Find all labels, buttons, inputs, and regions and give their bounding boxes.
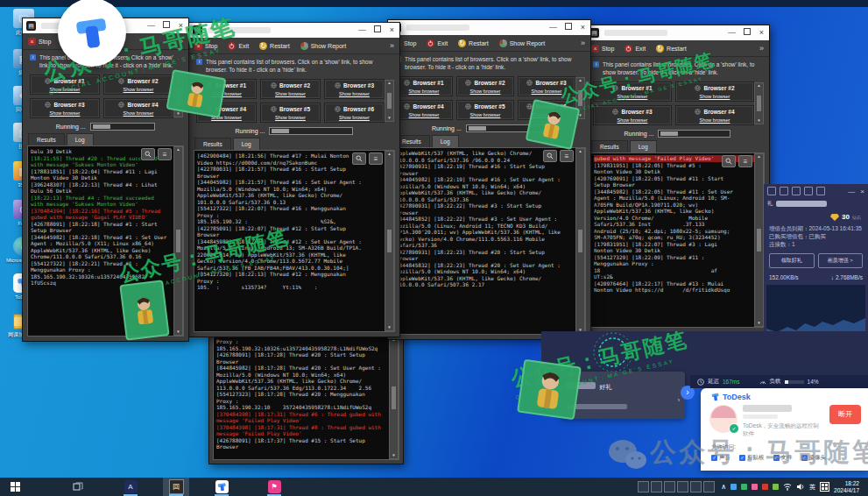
restart-button[interactable]: ↻Restart [656, 45, 687, 53]
tab-log[interactable]: Log [432, 135, 459, 147]
disconnect-button[interactable]: 断开 [829, 405, 861, 424]
side-panel-button[interactable]: 画质增强 > [818, 253, 864, 268]
scroll-down-icon[interactable]: ▼ [176, 329, 180, 335]
taskbar-app-pink[interactable]: ⚑ [261, 478, 287, 496]
log-menu-button[interactable]: ≡ [158, 148, 172, 160]
network-icon[interactable] [783, 483, 792, 491]
window-titlebar[interactable]: ▤—× [388, 20, 590, 35]
toolbar-overflow-chevron[interactable]: » [581, 39, 585, 47]
input-language-indicator[interactable]: 英 [809, 483, 815, 492]
log-search-button[interactable] [141, 148, 155, 160]
show-browser-link[interactable]: Show browser [264, 91, 317, 96]
grid-scrollbar[interactable]: ▲▼ [754, 82, 764, 124]
show-browser-link[interactable]: Show browser [521, 89, 572, 94]
taskview-button[interactable] [65, 478, 91, 496]
stop-button[interactable]: ×Stop [28, 38, 51, 46]
minimize-button[interactable]: — [355, 24, 370, 37]
taskbar-window-button[interactable] [690, 481, 702, 492]
minimize-button[interactable]: — [724, 26, 739, 39]
tab-results[interactable]: Results [28, 133, 65, 145]
scroll-down-icon[interactable]: ▼ [757, 321, 760, 326]
maximize-button[interactable] [370, 24, 385, 37]
scroll-up-icon[interactable]: ▲ [176, 147, 180, 152]
show-browser-link[interactable]: Show browser [264, 115, 317, 120]
toolbar-overflow-chevron[interactable]: » [759, 44, 764, 53]
start-button[interactable] [0, 478, 30, 496]
checkbox-checked-icon[interactable]: ✓ [739, 455, 745, 461]
show-browser-link[interactable]: Show browser [679, 117, 751, 123]
show-browser-link[interactable]: Show browser [460, 89, 511, 94]
exit-button[interactable]: Exit [228, 42, 249, 50]
scroll-up-icon[interactable]: ▲ [387, 152, 391, 157]
show-browser-link[interactable]: Show browser [399, 89, 449, 94]
scroll-up-icon[interactable]: ▲ [757, 83, 760, 89]
touch-keyboard-icon[interactable] [820, 482, 829, 492]
window-titlebar[interactable]: ▤—× [189, 23, 399, 38]
log-scrollbar[interactable]: ▲▼ [173, 146, 183, 336]
scroll-down-icon[interactable]: ▼ [387, 116, 391, 121]
maximize-button[interactable] [561, 21, 575, 34]
toolbar-overflow-chevron[interactable]: » [179, 37, 183, 46]
tab-log[interactable]: Log [630, 140, 657, 152]
report-button[interactable]: Show Report [499, 39, 545, 47]
side-panel-button[interactable]: 领取好礼 [769, 253, 815, 268]
show-browser-link[interactable]: Show browser [679, 94, 751, 99]
tray-expand-icon[interactable]: ∧ [721, 483, 726, 491]
panel-tool-icon[interactable] [792, 187, 801, 195]
exit-button[interactable]: Exit [625, 45, 646, 53]
panel-tool-icon[interactable] [816, 187, 825, 195]
tab-results[interactable]: Results [194, 138, 231, 150]
tray-icon-green[interactable] [741, 484, 747, 490]
minimize-button[interactable]: — [144, 19, 159, 32]
panel-tool-icon[interactable] [780, 187, 788, 195]
tab-log[interactable]: Log [233, 138, 260, 150]
panel-minimize-icon[interactable]: — [848, 188, 855, 195]
tray-icon-blue[interactable] [730, 484, 737, 490]
taskbar-todesk[interactable] [208, 478, 235, 496]
scroll-up-icon[interactable]: ▲ [578, 78, 582, 83]
scroll-down-icon[interactable]: ▼ [387, 325, 391, 330]
show-browser-link[interactable]: Show browser [33, 110, 96, 116]
log-scrollbar[interactable]: ▲▼ [754, 153, 764, 327]
log-area[interactable]: gubed with message 'Failed Play Video'[1… [590, 152, 765, 328]
taskbar-window-button[interactable] [677, 481, 688, 492]
tray-icon-pink[interactable] [752, 484, 758, 490]
tab-results[interactable]: Results [591, 140, 628, 152]
show-browser-link[interactable]: Show browser [328, 91, 381, 96]
log-menu-button[interactable]: ≡ [369, 152, 383, 165]
show-browser-link[interactable]: Show browser [33, 87, 96, 92]
log-menu-button[interactable]: ≡ [738, 155, 752, 167]
panel-tool-icon[interactable] [804, 187, 813, 195]
log-area[interactable]: [462900484] [18:21:56] Thread #17 : Mula… [194, 150, 395, 332]
log-scrollbar[interactable]: ▲▼ [575, 148, 585, 334]
tray-icon-lime[interactable] [773, 484, 779, 490]
taskbar-window-button[interactable] [651, 481, 662, 492]
report-button[interactable]: Show Report [300, 42, 346, 50]
minimize-button[interactable]: — [546, 21, 561, 34]
close-button[interactable]: × [173, 19, 188, 32]
show-browser-link[interactable]: Show browser [596, 94, 668, 99]
checkbox-checked-icon[interactable]: ✓ [773, 455, 780, 461]
log-area[interactable]: AppleWebKit/537 (KHTML, like Gecko) Chro… [392, 147, 586, 335]
log-scrollbar[interactable]: ▲▼ [385, 151, 394, 331]
volume-icon[interactable] [796, 483, 805, 491]
window-titlebar[interactable]: ▤—× [586, 25, 769, 40]
checkbox-checked-icon[interactable]: ✓ [711, 455, 717, 461]
show-browser-link[interactable]: Show browser [596, 117, 668, 123]
restart-button[interactable]: ↻Restart [259, 42, 290, 50]
log-area[interactable]: Proxy :185.165.190.32:10326:u13572404359… [213, 336, 399, 460]
log-menu-button[interactable]: ≡ [560, 150, 574, 162]
stop-button[interactable]: ×Stop [194, 42, 217, 50]
scroll-down-icon[interactable]: ▼ [757, 118, 760, 124]
grid-scrollbar[interactable]: ▲▼ [385, 80, 394, 122]
log-search-button[interactable] [722, 155, 736, 167]
tray-icon-red[interactable] [762, 484, 768, 490]
maximize-button[interactable] [159, 19, 173, 32]
log-search-button[interactable] [543, 150, 557, 162]
checkbox-checked-icon[interactable]: ✓ [801, 455, 808, 461]
tab-log[interactable]: Log [67, 133, 94, 145]
show-browser-link[interactable]: Show browser [460, 112, 511, 117]
taskbar-app-a[interactable]: A [117, 478, 144, 496]
panel-tool-icon[interactable] [767, 187, 776, 195]
restart-button[interactable]: ↻Restart [458, 39, 489, 47]
